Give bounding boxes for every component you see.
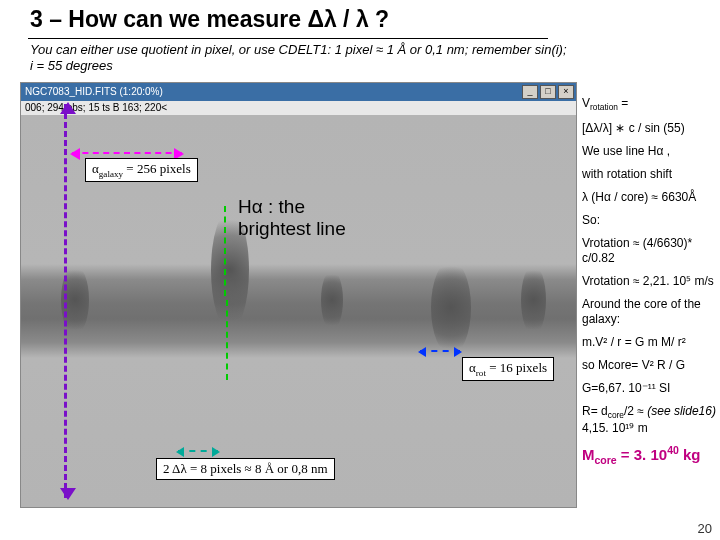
title-underline — [28, 38, 548, 39]
window-min-button[interactable]: _ — [522, 85, 538, 99]
window-title: NGC7083_HID.FITS (1:20:0%) — [25, 86, 163, 97]
delta-lambda-arrow — [178, 450, 218, 452]
halpha-marker — [226, 300, 228, 380]
vertical-extent-arrow — [64, 104, 67, 498]
mcore-result: Mcore = 3. 1040 kg — [582, 444, 716, 467]
window-status: 006; 294 obs; 15 ts B 163; 220< — [21, 101, 576, 116]
halpha-marker — [224, 206, 226, 296]
alpha-rot-arrow — [420, 350, 460, 352]
alpha-galaxy-arrow — [72, 152, 182, 154]
delta-lambda-label: 2 Δλ = 8 pixels ≈ 8 Å or 0,8 nm — [156, 458, 335, 480]
window-max-button[interactable]: □ — [540, 85, 556, 99]
spectral-blob — [521, 265, 546, 335]
slide-number: 20 — [698, 521, 712, 536]
spectrum-panel: NGC7083_HID.FITS (1:20:0%) _ □ × 006; 29… — [20, 82, 577, 508]
spectral-blob — [431, 260, 471, 355]
window-close-button[interactable]: × — [558, 85, 574, 99]
slide-subtitle: You can either use quotient in pixel, or… — [30, 42, 570, 75]
alpha-galaxy-label: αgalaxy = 256 pixels — [85, 158, 198, 182]
halpha-label: Hα : the brightest line — [238, 196, 388, 240]
spectral-blob — [321, 270, 343, 330]
slide-title: 3 – How can we measure Δλ / λ ? — [30, 6, 389, 33]
window-titlebar: NGC7083_HID.FITS (1:20:0%) _ □ × — [21, 83, 576, 101]
alpha-rot-label: αrot = 16 pixels — [462, 357, 554, 381]
derivation-text: Vrotation = [Δλ/λ] ∗ c / sin (55) We use… — [582, 96, 716, 475]
